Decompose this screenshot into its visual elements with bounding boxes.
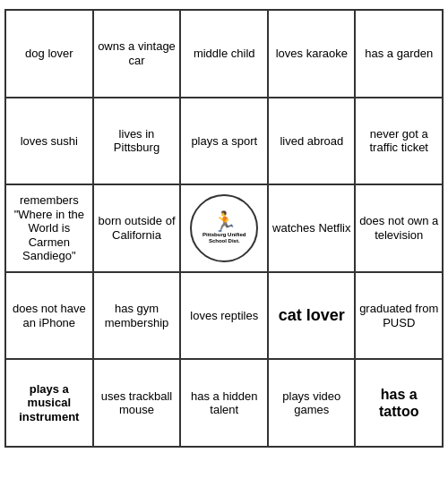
cell-r0-c3[interactable]: loves karaoke xyxy=(268,10,355,98)
cell-r3-c2[interactable]: loves reptiles xyxy=(180,272,268,360)
free-space-icon: 🏃 xyxy=(212,212,237,232)
cell-r0-c2[interactable]: middle child xyxy=(180,10,268,98)
cell-r1-c2[interactable]: plays a sport xyxy=(180,98,268,185)
cell-r1-c1[interactable]: lives in Pittsburg xyxy=(93,98,181,185)
cell-r3-c4[interactable]: graduated from PUSD xyxy=(355,272,443,360)
free-space-text: Pittsburg Unified School Dist. xyxy=(192,232,256,244)
cell-r4-c2[interactable]: has a hidden talent xyxy=(180,359,268,447)
cell-r1-c4[interactable]: never got a traffic ticket xyxy=(355,98,443,185)
bingo-title xyxy=(4,0,444,9)
cell-r2-c3[interactable]: watches Netflix xyxy=(268,184,355,272)
cell-r0-c4[interactable]: has a garden xyxy=(355,10,443,98)
cell-r2-c4[interactable]: does not own a television xyxy=(355,184,443,272)
cell-r4-c4[interactable]: has a tattoo xyxy=(355,359,443,447)
cell-r3-c3[interactable]: cat lover xyxy=(268,272,355,360)
cell-r4-c0[interactable]: plays a musical instrument xyxy=(5,359,93,447)
cell-r1-c0[interactable]: loves sushi xyxy=(5,98,93,185)
cell-r3-c1[interactable]: has gym membership xyxy=(93,272,181,360)
cell-r2-c1[interactable]: born outside of California xyxy=(93,184,181,272)
cell-r2-c2: 🏃 Pittsburg Unified School Dist. xyxy=(180,184,268,272)
bingo-grid: dog loverowns a vintage carmiddle childl… xyxy=(4,9,444,448)
cell-r0-c1[interactable]: owns a vintage car xyxy=(93,10,181,98)
cell-r1-c3[interactable]: lived abroad xyxy=(268,98,355,185)
cell-r4-c1[interactable]: uses trackball mouse xyxy=(93,359,181,447)
cell-r2-c0[interactable]: remembers "Where in the World is Carmen … xyxy=(5,184,93,272)
free-space-circle: 🏃 Pittsburg Unified School Dist. xyxy=(190,194,258,262)
cell-r3-c0[interactable]: does not have an iPhone xyxy=(5,272,93,360)
cell-r4-c3[interactable]: plays video games xyxy=(268,359,355,447)
cell-r0-c0[interactable]: dog lover xyxy=(5,10,93,98)
